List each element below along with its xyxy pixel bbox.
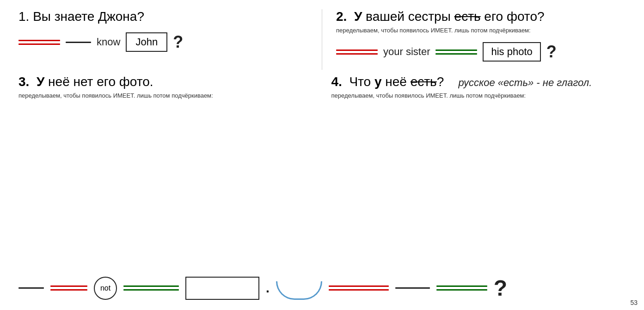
bottom-red-long-1: [329, 285, 389, 287]
q4-est-strikethrough: есть: [411, 74, 437, 89]
q2-question-mark: ?: [546, 42, 557, 62]
q4-title: 4. Что у неё есть? русское «есть» - не г…: [331, 74, 626, 89]
q2-green-line-1: [435, 50, 477, 51]
q2-u-bold: У: [354, 9, 362, 24]
bottom-green-1: [123, 285, 179, 287]
bottom-arc-shape: [276, 281, 322, 300]
q2-subtitle: переделываем, чтобы появилось ИМЕЕТ. лиш…: [336, 27, 626, 34]
q3-subtitle: переделываем, чтобы появилось ИМЕЕТ. лиш…: [18, 92, 313, 99]
q3-title: 3. У неё нет его фото.: [18, 74, 313, 89]
bottom-green-2: [123, 289, 179, 291]
q1-number: 1. Вы знаете Джона?: [18, 9, 144, 24]
question-1-block: 1. Вы знаете Джона? know John ?: [18, 9, 317, 70]
q1-red-line-1: [18, 40, 60, 41]
q2-your-sister-word: your sister: [383, 46, 430, 58]
q1-red-line-2: [18, 43, 60, 45]
q4-subtitle: переделываем, чтобы появилось ИМЕЕТ. лиш…: [331, 92, 626, 99]
bottom-section: 3. У неё нет его фото. переделываем, что…: [18, 74, 626, 99]
bottom-not-circle: not: [94, 277, 117, 300]
q1-john-box: John: [126, 32, 167, 52]
question-3-block: 3. У неё нет его фото. переделываем, что…: [18, 74, 322, 99]
q2-green-line-2: [435, 53, 477, 55]
bottom-diagram: not . ?: [0, 275, 644, 301]
bottom-red-long-2: [329, 289, 389, 291]
bottom-double-red-2: [329, 285, 389, 291]
bottom-red-2: [50, 289, 87, 291]
not-label: not: [100, 284, 110, 292]
bottom-question-mark: ?: [494, 275, 507, 301]
bottom-single-black-1: [18, 287, 44, 289]
q4-number: 4.: [331, 74, 342, 89]
q2-red-line-2: [336, 53, 378, 55]
bottom-period: .: [266, 281, 270, 296]
q1-john-label: John: [136, 36, 158, 48]
q4-u-bold: у: [374, 74, 382, 89]
page: 1. Вы знаете Джона? know John ? 2.: [0, 0, 644, 310]
q1-double-red-line: [18, 40, 60, 45]
page-number: 53: [630, 299, 638, 306]
q2-his-photo-label: his photo: [491, 46, 532, 57]
bottom-double-green: [123, 285, 179, 291]
q2-number: 2.: [336, 9, 347, 24]
bottom-double-green-2: [436, 285, 487, 291]
q1-title: 1. Вы знаете Джона?: [18, 9, 308, 24]
q1-single-black-line: [66, 42, 91, 43]
top-section: 1. Вы знаете Джона? know John ? 2.: [18, 9, 626, 70]
bottom-green-2b: [436, 289, 487, 291]
q2-est-strikethrough: есть: [454, 9, 481, 24]
q2-double-red-line: [336, 50, 378, 55]
bottom-green-2a: [436, 285, 487, 287]
bottom-red-1: [50, 285, 87, 287]
q2-diagram: your sister his photo ?: [336, 42, 626, 62]
q3-u-bold: У: [37, 74, 44, 89]
question-4-block: 4. Что у неё есть? русское «есть» - не г…: [322, 74, 626, 99]
q4-italic-phrase: русское «есть» - не глагол.: [458, 77, 592, 88]
bottom-single-black-2: [395, 287, 430, 289]
q2-his-photo-box: his photo: [483, 42, 540, 62]
bottom-empty-box: [185, 277, 259, 300]
q1-question-mark: ?: [173, 32, 183, 52]
q3-number: 3.: [18, 74, 29, 89]
question-2-block: 2. У вашей сестры есть его фото? передел…: [327, 9, 626, 70]
q2-double-green-line: [435, 50, 477, 55]
top-divider: [322, 9, 322, 70]
q2-red-line-1: [336, 50, 378, 51]
q1-diagram: know John ?: [18, 32, 308, 52]
q2-title: 2. У вашей сестры есть его фото?: [336, 9, 626, 24]
bottom-double-red: [50, 285, 87, 291]
q1-know-word: know: [97, 36, 120, 48]
